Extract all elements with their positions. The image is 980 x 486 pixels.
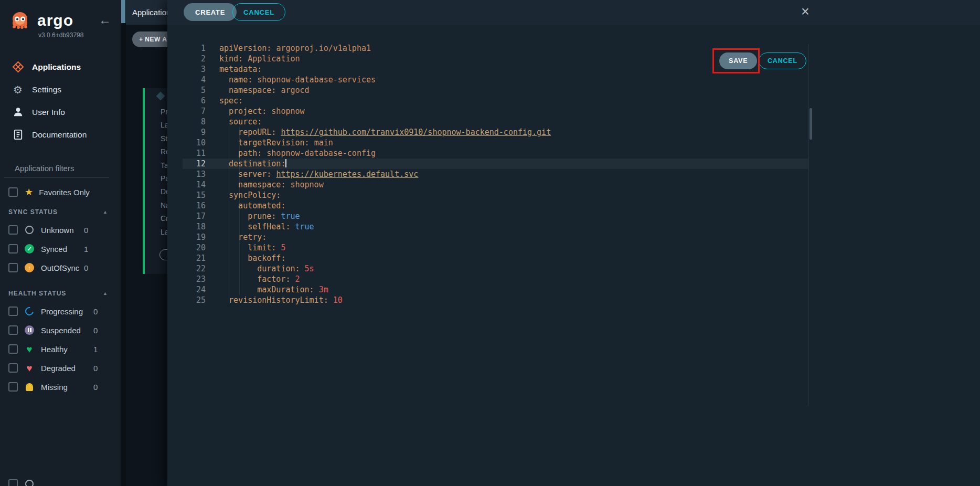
missing-checkbox[interactable]	[8, 382, 18, 392]
editor-scrollbar-thumb[interactable]	[809, 108, 812, 140]
application-filters-title: Application filters	[15, 164, 74, 173]
sidebar-item-settings[interactable]: ⚙Settings	[0, 78, 121, 101]
editor-cancel-button[interactable]: CANCEL	[759, 52, 806, 69]
filter-label: Synced	[41, 245, 84, 253]
sync-button-partial[interactable]	[159, 249, 167, 260]
page-scrollbar-thumb[interactable]	[121, 0, 125, 23]
application-tile[interactable]: ProjectLabelsStatusRepositoryTarget Revi…	[143, 88, 167, 274]
tile-field-label: Created At	[161, 212, 167, 225]
suspended-status-icon	[24, 325, 35, 335]
filter-checkbox[interactable]	[8, 479, 18, 486]
code-line[interactable]: 11 path: shopnow-database-config	[183, 148, 808, 159]
filter-section-health-status: HEALTH STATUS▲Progressing0Suspended0♥Hea…	[0, 285, 121, 396]
code-line[interactable]: 9 repoURL: https://github.com/tranvix091…	[183, 127, 808, 138]
code-line[interactable]: 7 project: shopnow	[183, 106, 808, 117]
filter-count: 0	[93, 307, 98, 316]
healthy-checkbox[interactable]	[8, 344, 18, 354]
user-icon	[10, 106, 25, 118]
line-number: 5	[183, 85, 206, 96]
filter-label: Missing	[41, 383, 93, 392]
filter-row-progressing[interactable]: Progressing0	[0, 302, 121, 321]
filter-label: Degraded	[41, 364, 93, 373]
favorites-checkbox[interactable]	[8, 187, 18, 197]
code-line[interactable]: 6spec:	[183, 96, 808, 106]
version-label: v3.0.6+db93798	[38, 31, 83, 39]
collapse-section-icon[interactable]: ▲	[103, 209, 108, 215]
filter-count: 1	[84, 245, 88, 253]
filter-row-healthy[interactable]: ♥Healthy1	[0, 340, 121, 358]
line-number: 8	[183, 117, 206, 127]
yaml-editor[interactable]: 1apiVersion: argoproj.io/v1alpha12kind: …	[183, 43, 808, 305]
filter-row-missing[interactable]: Missing0	[0, 377, 121, 396]
create-button[interactable]: CREATE	[184, 3, 237, 21]
filter-row-synced[interactable]: ✓Synced1	[0, 239, 121, 258]
line-number: 3	[183, 64, 206, 75]
code-line[interactable]: 25 revisionHistoryLimit: 10	[183, 295, 808, 305]
new-app-button[interactable]: + NEW APP	[132, 31, 167, 47]
sidebar-item-label: User Info	[32, 108, 65, 117]
sidebar-item-label: Applications	[32, 62, 81, 72]
code-line[interactable]: 2kind: Application	[183, 54, 808, 64]
cancel-button[interactable]: CANCEL	[232, 3, 285, 21]
code-line[interactable]: 21 backoff:	[183, 253, 808, 263]
progressing-checkbox[interactable]	[8, 307, 18, 316]
code-line[interactable]: 3metadata:	[183, 64, 808, 75]
code-line[interactable]: 5 namespace: argocd	[183, 85, 808, 96]
degraded-checkbox[interactable]	[8, 363, 18, 373]
line-number: 12	[183, 159, 206, 169]
edit-application-panel: CREATE CANCEL × SAVE CANCEL 1apiVersion:…	[167, 0, 980, 486]
filter-count: 0	[93, 364, 98, 373]
filter-row-degraded[interactable]: ♥Degraded0	[0, 358, 121, 377]
filter-row-unknown[interactable]: Unknown0	[0, 220, 121, 239]
filter-count: 0	[84, 263, 88, 272]
sidebar-item-applications[interactable]: Applications	[0, 56, 121, 78]
code-line[interactable]: 14 namespace: shopnow	[183, 179, 808, 190]
sidebar-item-user-info[interactable]: User Info	[0, 101, 121, 123]
save-button[interactable]: SAVE	[719, 52, 757, 69]
code-line[interactable]: 8 source:	[183, 117, 808, 127]
code-line[interactable]: 10 targetRevision: main	[183, 138, 808, 148]
code-line[interactable]: 12 destination:	[183, 159, 808, 169]
filter-section-sync-status: SYNC STATUS▲Unknown0✓Synced1↑OutOfSync0	[0, 204, 121, 277]
suspended-checkbox[interactable]	[8, 325, 18, 335]
missing-status-icon	[24, 383, 35, 391]
favorites-only-filter[interactable]: ★ Favorites Only	[0, 183, 121, 202]
line-number: 19	[183, 232, 206, 242]
filter-row-suspended[interactable]: Suspended0	[0, 321, 121, 340]
collapse-section-icon[interactable]: ▲	[103, 291, 108, 296]
code-line[interactable]: 18 selfHeal: true	[183, 221, 808, 232]
code-line[interactable]: 15 syncPolicy:	[183, 190, 808, 200]
collapse-sidebar-icon[interactable]: ←	[99, 13, 111, 27]
code-line[interactable]: 1apiVersion: argoproj.io/v1alpha1	[183, 43, 808, 54]
sidebar-item-documentation[interactable]: Documentation	[0, 123, 121, 146]
line-number: 20	[183, 242, 206, 253]
code-line[interactable]: 4 name: shopnow-database-services	[183, 75, 808, 85]
favorites-label: Favorites Only	[39, 188, 90, 197]
filter-row-partial[interactable]	[0, 474, 121, 486]
applications-icon	[10, 61, 25, 73]
tile-field-label: Project	[161, 105, 167, 119]
code-line[interactable]: 23 factor: 2	[183, 274, 808, 284]
unknown-status-icon	[24, 226, 35, 234]
code-line[interactable]: 17 prune: true	[183, 211, 808, 221]
code-line[interactable]: 24 maxDuration: 3m	[183, 284, 808, 295]
filter-row-outofsync[interactable]: ↑OutOfSync0	[0, 258, 121, 277]
code-line[interactable]: 22 duration: 5s	[183, 263, 808, 274]
code-line[interactable]: 13 server: https://kubernetes.default.sv…	[183, 169, 808, 179]
outofsync-checkbox[interactable]	[8, 263, 18, 272]
synced-checkbox[interactable]	[8, 244, 18, 253]
text-cursor	[285, 159, 286, 167]
line-number: 15	[183, 190, 206, 200]
code-line[interactable]: 19 retry:	[183, 232, 808, 242]
close-icon[interactable]: ×	[801, 2, 809, 21]
divider	[4, 177, 109, 178]
filter-label: Healthy	[41, 345, 93, 354]
line-number: 6	[183, 96, 206, 106]
docs-icon	[10, 129, 25, 141]
panel-topbar: CREATE CANCEL ×	[167, 0, 980, 25]
code-line[interactable]: 16 automated:	[183, 200, 808, 211]
unknown-checkbox[interactable]	[8, 225, 18, 235]
code-line[interactable]: 20 limit: 5	[183, 242, 808, 253]
filter-count: 0	[84, 226, 88, 235]
star-icon: ★	[25, 187, 33, 197]
